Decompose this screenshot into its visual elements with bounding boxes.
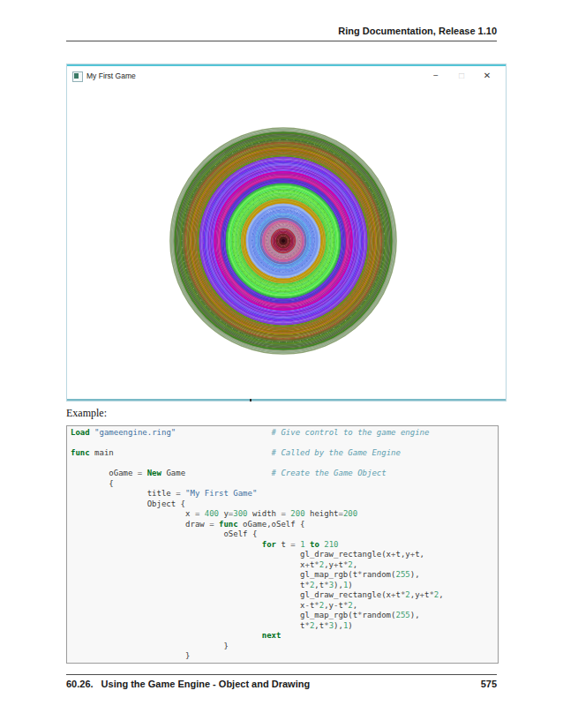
- window-titlebar: My First Game − □ ✕: [67, 66, 506, 86]
- footer-page-number: 575: [481, 679, 497, 689]
- example-label: Example:: [66, 407, 107, 420]
- document-page: Ring Documentation, Release 1.10 My Firs…: [0, 0, 563, 728]
- window-canvas: [67, 86, 506, 399]
- rings-drawing: [67, 86, 506, 399]
- app-icon-glyph: [74, 73, 79, 79]
- footer-section: 60.26.Using the Game Engine - Object and…: [66, 679, 310, 689]
- close-icon: ✕: [481, 69, 493, 83]
- page-header: Ring Documentation, Release 1.10: [338, 26, 497, 36]
- game-window-screenshot: My First Game − □ ✕: [66, 64, 507, 402]
- speck-artifact: [250, 399, 251, 402]
- window-title: My First Game: [86, 71, 136, 80]
- app-icon: [72, 71, 83, 82]
- code-block: Load "gameengine.ring" # Give control to…: [66, 425, 499, 664]
- minimize-icon: −: [430, 69, 442, 83]
- footer-section-title: Using the Game Engine - Object and Drawi…: [101, 679, 311, 689]
- header-rule: [66, 41, 497, 41]
- footer-rule: [66, 674, 497, 675]
- window-bottom-edge: [67, 399, 506, 401]
- code-content: Load "gameengine.ring" # Give control to…: [71, 428, 494, 662]
- footer-section-number: 60.26.: [66, 679, 94, 689]
- maximize-icon: □: [455, 69, 468, 83]
